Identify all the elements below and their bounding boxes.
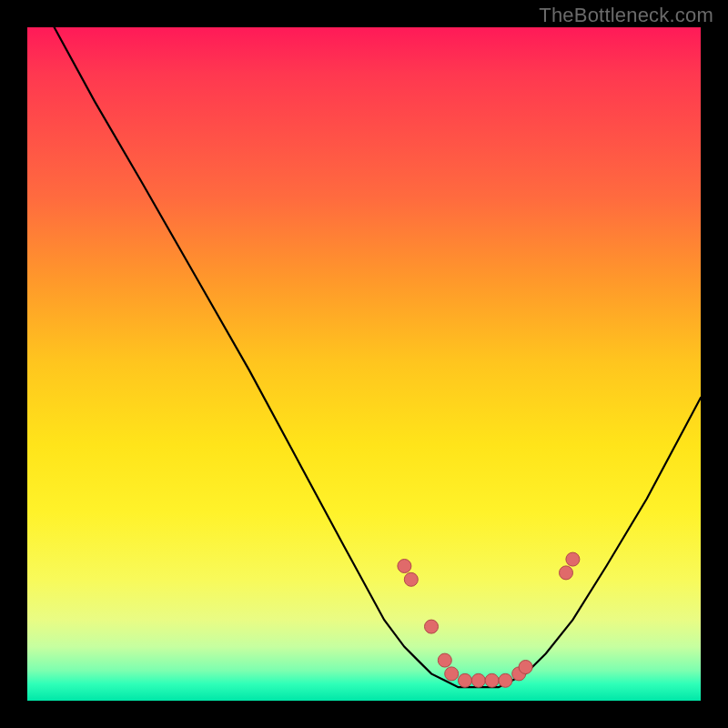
plot-area bbox=[27, 27, 701, 701]
marker-point bbox=[485, 673, 499, 687]
watermark-text: TheBottleneck.com bbox=[539, 4, 713, 27]
marker-point bbox=[425, 620, 439, 633]
chart-overlay bbox=[27, 27, 701, 701]
marker-point bbox=[445, 667, 459, 681]
chart-frame: TheBottleneck.com bbox=[0, 0, 728, 728]
marker-point bbox=[398, 560, 411, 573]
bottleneck-curve bbox=[55, 27, 701, 687]
marker-point bbox=[560, 566, 573, 580]
marker-point bbox=[519, 661, 532, 674]
marker-point bbox=[566, 552, 580, 566]
marker-point bbox=[471, 673, 485, 687]
marker-point bbox=[499, 673, 512, 687]
marker-point bbox=[459, 673, 472, 687]
marker-point bbox=[404, 572, 418, 586]
marker-point bbox=[438, 653, 451, 667]
